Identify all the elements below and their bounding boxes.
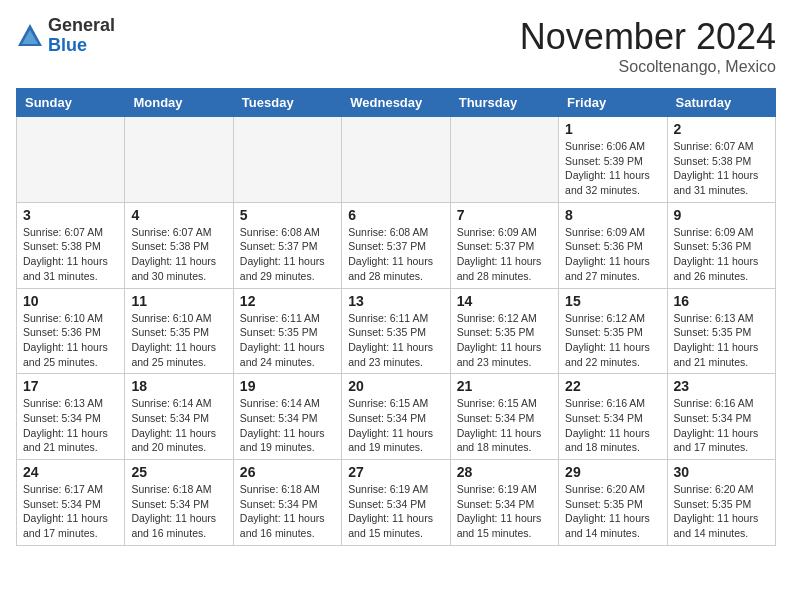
- calendar-week-4: 24Sunrise: 6:17 AM Sunset: 5:34 PM Dayli…: [17, 460, 776, 546]
- day-number: 14: [457, 293, 552, 309]
- calendar-cell: 13Sunrise: 6:11 AM Sunset: 5:35 PM Dayli…: [342, 288, 450, 374]
- day-header-thursday: Thursday: [450, 89, 558, 117]
- day-info: Sunrise: 6:10 AM Sunset: 5:36 PM Dayligh…: [23, 311, 118, 370]
- day-number: 8: [565, 207, 660, 223]
- day-header-saturday: Saturday: [667, 89, 775, 117]
- calendar-cell: 6Sunrise: 6:08 AM Sunset: 5:37 PM Daylig…: [342, 202, 450, 288]
- calendar-cell: [233, 117, 341, 203]
- calendar-cell: [450, 117, 558, 203]
- title-block: November 2024 Socoltenango, Mexico: [520, 16, 776, 76]
- day-info: Sunrise: 6:07 AM Sunset: 5:38 PM Dayligh…: [23, 225, 118, 284]
- calendar-cell: 21Sunrise: 6:15 AM Sunset: 5:34 PM Dayli…: [450, 374, 558, 460]
- calendar-cell: 5Sunrise: 6:08 AM Sunset: 5:37 PM Daylig…: [233, 202, 341, 288]
- day-number: 12: [240, 293, 335, 309]
- calendar-week-3: 17Sunrise: 6:13 AM Sunset: 5:34 PM Dayli…: [17, 374, 776, 460]
- day-header-wednesday: Wednesday: [342, 89, 450, 117]
- day-number: 30: [674, 464, 769, 480]
- day-number: 5: [240, 207, 335, 223]
- day-info: Sunrise: 6:15 AM Sunset: 5:34 PM Dayligh…: [348, 396, 443, 455]
- day-number: 13: [348, 293, 443, 309]
- day-info: Sunrise: 6:16 AM Sunset: 5:34 PM Dayligh…: [565, 396, 660, 455]
- calendar-cell: 1Sunrise: 6:06 AM Sunset: 5:39 PM Daylig…: [559, 117, 667, 203]
- day-info: Sunrise: 6:16 AM Sunset: 5:34 PM Dayligh…: [674, 396, 769, 455]
- day-info: Sunrise: 6:13 AM Sunset: 5:34 PM Dayligh…: [23, 396, 118, 455]
- calendar-cell: 18Sunrise: 6:14 AM Sunset: 5:34 PM Dayli…: [125, 374, 233, 460]
- calendar-cell: 12Sunrise: 6:11 AM Sunset: 5:35 PM Dayli…: [233, 288, 341, 374]
- calendar-cell: 25Sunrise: 6:18 AM Sunset: 5:34 PM Dayli…: [125, 460, 233, 546]
- day-info: Sunrise: 6:11 AM Sunset: 5:35 PM Dayligh…: [240, 311, 335, 370]
- day-number: 24: [23, 464, 118, 480]
- day-info: Sunrise: 6:08 AM Sunset: 5:37 PM Dayligh…: [348, 225, 443, 284]
- calendar-cell: 17Sunrise: 6:13 AM Sunset: 5:34 PM Dayli…: [17, 374, 125, 460]
- day-number: 4: [131, 207, 226, 223]
- calendar-cell: 22Sunrise: 6:16 AM Sunset: 5:34 PM Dayli…: [559, 374, 667, 460]
- day-header-tuesday: Tuesday: [233, 89, 341, 117]
- day-number: 28: [457, 464, 552, 480]
- location-text: Socoltenango, Mexico: [520, 58, 776, 76]
- day-header-monday: Monday: [125, 89, 233, 117]
- day-info: Sunrise: 6:15 AM Sunset: 5:34 PM Dayligh…: [457, 396, 552, 455]
- logo-icon: [16, 22, 44, 50]
- calendar-header-row: SundayMondayTuesdayWednesdayThursdayFrid…: [17, 89, 776, 117]
- calendar-cell: 28Sunrise: 6:19 AM Sunset: 5:34 PM Dayli…: [450, 460, 558, 546]
- day-info: Sunrise: 6:17 AM Sunset: 5:34 PM Dayligh…: [23, 482, 118, 541]
- calendar-week-2: 10Sunrise: 6:10 AM Sunset: 5:36 PM Dayli…: [17, 288, 776, 374]
- day-number: 11: [131, 293, 226, 309]
- day-number: 3: [23, 207, 118, 223]
- calendar-cell: [125, 117, 233, 203]
- logo-general-text: General: [48, 15, 115, 35]
- calendar-cell: 14Sunrise: 6:12 AM Sunset: 5:35 PM Dayli…: [450, 288, 558, 374]
- calendar-cell: [342, 117, 450, 203]
- logo: General Blue: [16, 16, 115, 56]
- calendar-cell: 30Sunrise: 6:20 AM Sunset: 5:35 PM Dayli…: [667, 460, 775, 546]
- day-number: 25: [131, 464, 226, 480]
- day-number: 9: [674, 207, 769, 223]
- day-number: 20: [348, 378, 443, 394]
- day-number: 19: [240, 378, 335, 394]
- day-number: 22: [565, 378, 660, 394]
- day-info: Sunrise: 6:14 AM Sunset: 5:34 PM Dayligh…: [131, 396, 226, 455]
- day-info: Sunrise: 6:10 AM Sunset: 5:35 PM Dayligh…: [131, 311, 226, 370]
- calendar-cell: 11Sunrise: 6:10 AM Sunset: 5:35 PM Dayli…: [125, 288, 233, 374]
- day-number: 16: [674, 293, 769, 309]
- day-info: Sunrise: 6:09 AM Sunset: 5:36 PM Dayligh…: [565, 225, 660, 284]
- day-info: Sunrise: 6:09 AM Sunset: 5:36 PM Dayligh…: [674, 225, 769, 284]
- day-number: 6: [348, 207, 443, 223]
- calendar-cell: 23Sunrise: 6:16 AM Sunset: 5:34 PM Dayli…: [667, 374, 775, 460]
- calendar-cell: 7Sunrise: 6:09 AM Sunset: 5:37 PM Daylig…: [450, 202, 558, 288]
- calendar-cell: 19Sunrise: 6:14 AM Sunset: 5:34 PM Dayli…: [233, 374, 341, 460]
- day-number: 29: [565, 464, 660, 480]
- calendar-cell: 10Sunrise: 6:10 AM Sunset: 5:36 PM Dayli…: [17, 288, 125, 374]
- day-info: Sunrise: 6:13 AM Sunset: 5:35 PM Dayligh…: [674, 311, 769, 370]
- day-number: 1: [565, 121, 660, 137]
- day-info: Sunrise: 6:20 AM Sunset: 5:35 PM Dayligh…: [565, 482, 660, 541]
- day-info: Sunrise: 6:19 AM Sunset: 5:34 PM Dayligh…: [457, 482, 552, 541]
- day-number: 10: [23, 293, 118, 309]
- day-info: Sunrise: 6:12 AM Sunset: 5:35 PM Dayligh…: [457, 311, 552, 370]
- day-number: 2: [674, 121, 769, 137]
- calendar-cell: 8Sunrise: 6:09 AM Sunset: 5:36 PM Daylig…: [559, 202, 667, 288]
- day-header-friday: Friday: [559, 89, 667, 117]
- calendar-cell: 4Sunrise: 6:07 AM Sunset: 5:38 PM Daylig…: [125, 202, 233, 288]
- calendar-cell: 29Sunrise: 6:20 AM Sunset: 5:35 PM Dayli…: [559, 460, 667, 546]
- day-info: Sunrise: 6:18 AM Sunset: 5:34 PM Dayligh…: [240, 482, 335, 541]
- day-number: 23: [674, 378, 769, 394]
- calendar-cell: 16Sunrise: 6:13 AM Sunset: 5:35 PM Dayli…: [667, 288, 775, 374]
- day-number: 15: [565, 293, 660, 309]
- page-header: General Blue November 2024 Socoltenango,…: [16, 16, 776, 76]
- day-info: Sunrise: 6:07 AM Sunset: 5:38 PM Dayligh…: [131, 225, 226, 284]
- day-number: 18: [131, 378, 226, 394]
- calendar-week-1: 3Sunrise: 6:07 AM Sunset: 5:38 PM Daylig…: [17, 202, 776, 288]
- day-number: 27: [348, 464, 443, 480]
- logo-blue-text: Blue: [48, 35, 87, 55]
- calendar-cell: 2Sunrise: 6:07 AM Sunset: 5:38 PM Daylig…: [667, 117, 775, 203]
- calendar-week-0: 1Sunrise: 6:06 AM Sunset: 5:39 PM Daylig…: [17, 117, 776, 203]
- day-info: Sunrise: 6:08 AM Sunset: 5:37 PM Dayligh…: [240, 225, 335, 284]
- calendar-cell: 24Sunrise: 6:17 AM Sunset: 5:34 PM Dayli…: [17, 460, 125, 546]
- day-info: Sunrise: 6:18 AM Sunset: 5:34 PM Dayligh…: [131, 482, 226, 541]
- calendar-cell: [17, 117, 125, 203]
- day-header-sunday: Sunday: [17, 89, 125, 117]
- day-info: Sunrise: 6:12 AM Sunset: 5:35 PM Dayligh…: [565, 311, 660, 370]
- calendar-cell: 20Sunrise: 6:15 AM Sunset: 5:34 PM Dayli…: [342, 374, 450, 460]
- calendar-table: SundayMondayTuesdayWednesdayThursdayFrid…: [16, 88, 776, 546]
